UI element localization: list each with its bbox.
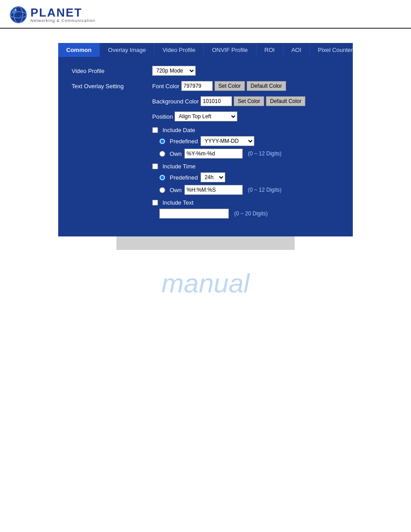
video-profile-row: Video Profile 720p Mode 1080p Mode D1 Mo… xyxy=(72,66,339,76)
include-date-section: Include Date Predefined YYYY-MM-DD MM/DD… xyxy=(152,127,339,159)
font-default-color-button[interactable]: Default Color xyxy=(247,81,286,91)
include-text-hint: (0 ~ 20 Digits) xyxy=(234,210,268,217)
include-date-checkbox[interactable] xyxy=(152,127,158,133)
tab-overlay-image[interactable]: Overlay Image xyxy=(100,43,154,57)
include-time-checkbox[interactable] xyxy=(152,163,158,169)
brand-tagline: Networking & Communication xyxy=(30,18,95,23)
logo-text: PLANET Networking & Communication xyxy=(30,7,95,23)
position-row: Position Align Top Left Align Top Right … xyxy=(72,112,339,121)
bg-color-input[interactable] xyxy=(201,96,232,106)
svg-point-5 xyxy=(20,15,23,19)
svg-point-6 xyxy=(15,9,17,11)
own-time-radio[interactable] xyxy=(159,187,165,193)
include-time-section: Include Time Predefined 24h 12h Own (0 ~… xyxy=(152,163,339,195)
tab-pixel-counter[interactable]: Pixel Counter xyxy=(310,43,353,57)
position-select[interactable]: Align Top Left Align Top Right Align Bot… xyxy=(175,112,237,121)
include-date-label: Include Date xyxy=(152,127,339,133)
include-text-section: Include Text (0 ~ 20 Digits) xyxy=(152,199,339,219)
header: PLANET Networking & Communication xyxy=(0,0,411,29)
predefined-date-row: Predefined YYYY-MM-DD MM/DD/YYYY DD/MM/Y… xyxy=(152,136,339,146)
video-profile-label: Video Profile xyxy=(72,68,152,74)
bg-color-row: Background Color Set Color Default Color xyxy=(72,96,339,106)
tab-video-profile[interactable]: Video Profile xyxy=(154,43,204,57)
main-content: Common Overlay Image Video Profile ONVIF… xyxy=(0,30,411,312)
bg-color-controls: Background Color Set Color Default Color xyxy=(152,96,305,106)
panel-common: Video Profile 720p Mode 1080p Mode D1 Mo… xyxy=(58,57,353,236)
position-controls: Position Align Top Left Align Top Right … xyxy=(152,112,237,121)
text-overlay-row: Text Overlay Setting Font Color Set Colo… xyxy=(72,81,339,91)
include-text-input-row: (0 ~ 20 Digits) xyxy=(152,209,339,219)
tab-aoi[interactable]: AOI xyxy=(283,43,310,57)
predefined-date-radio[interactable] xyxy=(159,138,165,144)
own-date-input[interactable] xyxy=(184,149,243,159)
own-time-row: Own (0 ~ 12 Digits) xyxy=(152,185,339,195)
tab-roi[interactable]: ROI xyxy=(257,43,283,57)
predefined-time-row: Predefined 24h 12h xyxy=(152,172,339,182)
predefined-time-radio[interactable] xyxy=(159,175,165,180)
tab-common[interactable]: Common xyxy=(58,43,100,57)
include-time-label: Include Time xyxy=(152,163,339,170)
tabs-container: Common Overlay Image Video Profile ONVIF… xyxy=(58,43,353,57)
tab-onvif-profile[interactable]: ONVIF Profile xyxy=(204,43,256,57)
font-color-input[interactable] xyxy=(181,81,213,91)
footer-bar xyxy=(116,236,295,250)
own-date-hint: (0 ~ 12 Digits) xyxy=(248,150,282,157)
include-text-input[interactable] xyxy=(159,209,229,219)
font-color-controls: Font Color Set Color Default Color xyxy=(152,81,286,91)
include-text-checkbox[interactable] xyxy=(152,200,158,206)
logo-area: PLANET Networking & Communication xyxy=(9,5,402,24)
brand-name: PLANET xyxy=(30,7,95,18)
include-text-label: Include Text xyxy=(152,199,339,206)
position-label: Position xyxy=(152,113,173,120)
video-profile-select[interactable]: 720p Mode 1080p Mode D1 Mode xyxy=(152,66,196,76)
own-time-input[interactable] xyxy=(184,185,243,195)
watermark: manual xyxy=(58,250,353,299)
own-date-radio[interactable] xyxy=(159,151,165,157)
planet-logo-icon xyxy=(9,5,28,24)
own-date-row: Own (0 ~ 12 Digits) xyxy=(152,149,339,159)
font-color-label: Font Color xyxy=(152,83,180,90)
video-profile-controls: 720p Mode 1080p Mode D1 Mode xyxy=(152,66,196,76)
bg-set-color-button[interactable]: Set Color xyxy=(234,96,264,106)
font-set-color-button[interactable]: Set Color xyxy=(214,81,245,91)
own-time-hint: (0 ~ 12 Digits) xyxy=(248,187,282,193)
text-overlay-label: Text Overlay Setting xyxy=(72,83,152,90)
bg-default-color-button[interactable]: Default Color xyxy=(266,96,305,106)
bg-color-label: Background Color xyxy=(152,98,199,105)
predefined-date-select[interactable]: YYYY-MM-DD MM/DD/YYYY DD/MM/YYYY xyxy=(201,136,254,146)
predefined-time-select[interactable]: 24h 12h xyxy=(201,172,225,182)
